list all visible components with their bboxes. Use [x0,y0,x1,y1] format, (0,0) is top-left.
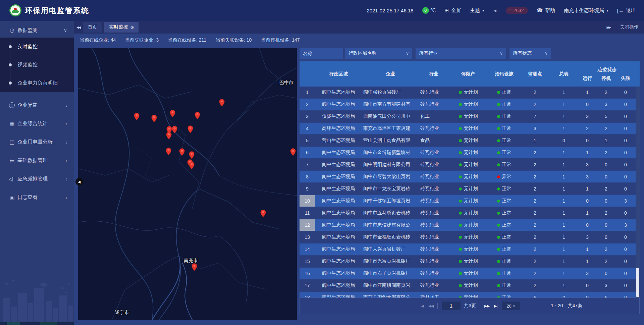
org-menu-button[interactable]: 南充市生态环境局▾ [564,7,608,14]
map-collapse-button[interactable]: ◀ [75,178,83,185]
close-operations-button[interactable]: 关闭操作 [620,24,639,30]
table-row[interactable]: 4 高坪生态环境局 南充市高坪区王家店建 砖瓦行业 无计划 正常 3 1 2 2… [300,123,636,134]
sidebar-item-realtime-monitor[interactable]: 实时监控 [0,38,74,56]
table-row[interactable]: 6 阆中生态环境局 阆中市金博瑞新型墙材 砖瓦行业 无计划 正常 2 1 1 2… [300,147,636,158]
cell-stopped: 6 [597,292,615,297]
sidebar-item-company-abnormal[interactable]: ! 企业异常 ‹ [0,96,74,114]
first-page-button[interactable]: |◀ [421,304,424,308]
map-pin-icon[interactable] [219,99,225,107]
table-row[interactable]: 2 阆中生态环境局 阆中市南方节能建材有 砖瓦行业 无计划 正常 2 1 0 3… [300,99,636,110]
table-row[interactable]: 13 阆中生态环境局 阆中市金福旺页岩机砖 砖瓦行业 无计划 正常 2 1 3 … [300,231,636,243]
cell-facility-status: 正常 [488,243,520,255]
table-scrollbar-track[interactable] [636,87,640,297]
table-scrollbar-thumb[interactable] [636,268,639,297]
table-row[interactable]: 8 阆中生态环境局 阆中市枣碧大梁山页岩 砖瓦行业 无计划 异常 2 1 3 0… [300,171,636,182]
cell-lost: 0 [615,87,636,98]
cell-running: 1 [578,87,597,98]
cell-facility-status: 正常 [488,135,520,146]
logout-button[interactable]: [→退出 [617,7,636,14]
status-dot-icon [459,115,462,118]
table-row[interactable]: 3 仪陇生态环境局 西南油气田分公司川中 化工 无计划 正常 7 1 3 5 0 [300,111,636,122]
table-header: 行政区域 企业 行业 停限产 治污设施 监测点 总表 点位状态 运行 停机 失联 [300,61,640,87]
table-row[interactable]: 14 阆中生态环境局 阆中大兴页岩机砖厂 砖瓦行业 无计划 正常 2 1 1 2… [300,243,636,255]
gauge-icon: ◷ [9,27,15,34]
status-dot-icon [497,200,500,203]
sidebar-item-data-monitoring[interactable]: ◷ 数据监测 ∨ [0,23,74,38]
cell-index: 3 [300,111,315,122]
prev-page-button[interactable]: ◀◀ [428,304,433,308]
status-select[interactable]: 所有状态∨ [509,48,551,59]
table-row[interactable]: 15 阆中生态环境局 阆中市光富页岩机砖厂 砖瓦行业 无计划 正常 2 1 1 … [300,256,636,267]
theme-menu-button[interactable]: 主题▾ [470,7,484,14]
table-row[interactable]: 10 阆中生态环境局 阆中千佛镇五郎垭页岩 砖瓦行业 无计划 正常 2 1 0 … [300,195,636,207]
col-header-point-status-group: 点位状态 [578,61,636,73]
map-pin-icon[interactable] [166,148,171,155]
cell-index: 18 [300,292,315,297]
cell-region: 仪陇生态环境局 [315,111,362,122]
map-pin-icon[interactable] [189,151,195,159]
status-dot-icon [497,139,500,142]
tabs-scroll-right-button[interactable]: ▶▶ [607,25,610,29]
map-pin-icon[interactable] [260,210,266,217]
table-row[interactable]: 11 阆中生态环境局 阆中市五马桥页岩机砖 砖瓦行业 无计划 正常 2 1 1 … [300,207,636,219]
cell-region: 阆中生态环境局 [315,231,362,243]
sidebar-item-log-view[interactable]: ▣ 日志查看 ‹ [0,188,74,207]
sound-mute-button[interactable]: ◄ [493,8,497,13]
tab-home[interactable]: 首页 [83,22,102,33]
map-pin-icon[interactable] [166,132,172,140]
map-city-label: 遂宁市 [115,310,129,316]
cell-index: 14 [300,243,315,255]
table-row[interactable]: 9 阆中生态环境局 阆中市二龙长宝页岩砖 砖瓦行业 无计划 正常 2 1 1 2… [300,183,636,195]
sidebar-item-basic-data[interactable]: ▤ 基础数据管理 ‹ [0,151,74,170]
sidebar-item-emission-reduction[interactable]: ◁≡ 应急减排管理 ‹ [0,170,74,188]
map-pin-icon[interactable] [134,113,140,120]
map-pin-icon[interactable] [172,126,177,133]
table-row[interactable]: 18 南部生态环境局 南部县砌华水泥有限公 建材加工 无计划 正常 6 0 0 … [300,292,636,297]
map-pin-icon[interactable] [189,162,195,169]
map-pin-icon[interactable] [195,112,200,119]
tab-close-icon[interactable]: ⊗ [130,25,134,30]
cell-industry: 砖瓦行业 [419,147,448,158]
table-row[interactable]: 1 阆中生态环境局 阆中强锐页岩砖厂 砖瓦行业 无计划 正常 2 1 1 2 0 [300,87,636,98]
name-search-input[interactable] [300,48,343,59]
monitor-stats-icon: ▦ [9,120,15,127]
map-pin-icon[interactable] [179,148,185,156]
next-page-button[interactable]: ▶▶ [484,304,489,308]
cell-industry: 砖瓦行业 [419,195,448,207]
map-pin-icon[interactable] [170,110,175,117]
sidebar-item-company-statistics[interactable]: ▦ 企业综合统计 ‹ [0,114,74,133]
cell-region: 阆中生态环境局 [315,99,362,110]
industry-select[interactable]: 所有行业∨ [416,48,506,59]
last-page-button[interactable]: ▶| [494,304,497,308]
page-size-select[interactable]: 20∨ [502,302,520,310]
cell-industry: 砖瓦行业 [419,99,448,110]
map-pin-icon[interactable] [290,148,296,156]
notification-badge[interactable]: 2632 [506,7,528,14]
table-row[interactable]: 7 阆中生态环境局 阆中明阳建材有限公司 砖瓦行业 无计划 正常 2 1 3 0… [300,159,636,170]
map-pin-icon[interactable] [151,115,157,122]
sidebar-item-video-monitor[interactable]: 视频监控 [0,56,74,74]
cell-monitor-points: 2 [520,87,550,98]
map-pin-icon[interactable] [187,125,193,133]
cell-monitor-points: 2 [520,159,550,170]
cell-total-meters: 1 [550,219,578,231]
help-button[interactable]: ☎帮助 [537,7,555,14]
tabs-scroll-left-button[interactable]: ◀◀ [76,25,80,29]
sidebar-item-power-analysis[interactable]: ◫ 企业用电量分析 ‹ [0,133,74,151]
cell-limit-status: 无计划 [448,111,488,122]
chevron-down-icon: ∨ [513,304,515,308]
table-row[interactable]: 16 阆中生态环境局 阆中市石子页岩机砖厂 砖瓦行业 无计划 正常 2 1 3 … [300,268,636,279]
status-dot-icon [497,187,500,191]
cell-total-meters: 0 [550,292,578,297]
status-dot-icon [459,200,462,203]
sidebar-item-power-load-detail[interactable]: 企业电力负荷明细 [0,74,74,92]
map-pin-icon[interactable] [192,263,197,271]
page-number-input[interactable] [442,302,461,310]
region-select[interactable]: 行政区域名称∨ [345,48,412,59]
app-logo-icon [9,4,21,16]
tab-realtime-monitor[interactable]: 实时监控 ⊗ [104,22,139,33]
fullscreen-button[interactable]: ⊞ 全屏 [444,7,461,14]
table-row[interactable]: 17 阆中生态环境局 阆中市江南镇阆南页岩 砖瓦行业 无计划 正常 2 1 0 … [300,280,636,291]
table-row[interactable]: 5 营山生态环境局 营山县润丰肉食品有限 食品 无计划 正常 1 0 0 1 0 [300,135,636,146]
table-row[interactable]: 12 阆中生态环境局 阆中市忠信建材有限公 砖瓦行业 无计划 正常 2 1 0 … [300,219,636,231]
